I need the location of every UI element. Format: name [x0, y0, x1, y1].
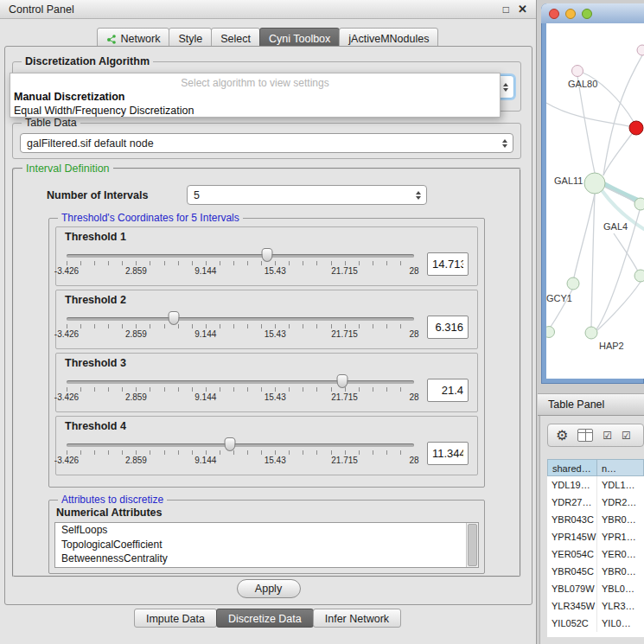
tab-label: Infer Network — [325, 613, 389, 625]
tick-label: 21.715 — [331, 456, 358, 465]
column-header-name[interactable]: n… — [597, 459, 644, 476]
select-all-checkbox-icon[interactable]: ☑ — [603, 430, 612, 441]
close-traffic-light-icon[interactable] — [549, 9, 559, 19]
table-cell[interactable]: YPR145W — [547, 528, 597, 545]
network-window-titlebar[interactable] — [541, 3, 644, 23]
table-cell[interactable]: YBR045C — [547, 563, 597, 580]
table-header-row: shared… n… — [547, 459, 644, 476]
table-data-combobox[interactable]: galFiltered.sif default node — [20, 133, 513, 153]
number-of-intervals-combobox[interactable]: 5 — [187, 185, 427, 205]
slider-track[interactable] — [67, 380, 414, 384]
window-buttons: □ ✕ — [503, 3, 527, 15]
threshold-3-slider[interactable]: -3.426 2.859 9.144 15.43 21.715 28 — [65, 373, 416, 407]
tab-infer-network[interactable]: Infer Network — [313, 609, 401, 628]
tab-select[interactable]: Select — [211, 28, 260, 47]
network-node[interactable] — [567, 277, 579, 290]
network-node[interactable] — [585, 327, 597, 339]
slider-thumb[interactable] — [168, 311, 179, 325]
table-cell[interactable]: YER054C — [547, 545, 597, 563]
table-cell[interactable]: YIL0… — [597, 615, 644, 632]
slider-thumb[interactable] — [262, 248, 273, 262]
network-node[interactable] — [637, 45, 644, 55]
threshold-2-value-input[interactable] — [427, 316, 469, 339]
network-node[interactable] — [634, 198, 644, 210]
list-item[interactable]: BetweennessCentrality — [55, 552, 478, 566]
table-row[interactable]: YBL079WYBL0… — [547, 580, 644, 597]
table-row[interactable]: YDL19…YDL1… — [547, 476, 644, 494]
threshold-3-value-input[interactable] — [427, 379, 469, 402]
table-cell[interactable]: YBR0… — [597, 563, 644, 580]
slider-track[interactable] — [67, 254, 414, 258]
tab-discretize-data[interactable]: Discretize Data — [216, 609, 314, 628]
table-cell[interactable]: YPR1… — [597, 528, 644, 545]
combobox-value: galFiltered.sif default node — [27, 134, 154, 152]
network-node[interactable] — [634, 270, 644, 282]
table-cell[interactable]: YER0… — [597, 545, 644, 563]
threshold-2-slider[interactable]: -3.426 2.859 9.144 15.43 21.715 28 — [65, 309, 416, 344]
zoom-traffic-light-icon[interactable] — [582, 9, 592, 19]
network-node-label: GAL80 — [568, 79, 597, 89]
table-cell[interactable]: YDL19… — [547, 476, 597, 494]
threshold-4-value-input[interactable] — [427, 442, 469, 465]
network-view-window: GAL80 GAL11 GAL4 GCY1 HAP2 — [541, 3, 644, 384]
tick-label: 9.144 — [194, 266, 216, 276]
tick-label: 15.43 — [265, 266, 286, 276]
slider-track[interactable] — [67, 443, 414, 447]
column-header-shared[interactable]: shared… — [547, 459, 597, 476]
network-node-selected[interactable] — [629, 121, 643, 135]
threshold-panel-3: Threshold 3 -3.426 2.859 9.144 1 — [55, 353, 478, 412]
tab-cyni-toolbox[interactable]: Cyni Toolbox — [259, 28, 340, 47]
list-item[interactable]: TopologicalCoefficient — [55, 538, 478, 552]
network-node[interactable] — [572, 66, 583, 77]
tab-impute-data[interactable]: Impute Data — [134, 609, 217, 628]
tick-label: -3.426 — [54, 392, 79, 402]
float-window-icon[interactable]: □ — [503, 4, 509, 15]
checkbox-icon[interactable]: ☑ — [622, 430, 631, 441]
table-cell[interactable]: YIL052C — [547, 615, 597, 632]
list-item[interactable]: SelfLoops — [55, 523, 478, 538]
stepper-icon — [416, 191, 421, 200]
table-row[interactable]: YDR27…YDR2… — [547, 494, 644, 511]
group-title: Interval Definition — [22, 163, 113, 175]
tab-network[interactable]: Network — [97, 28, 170, 47]
tab-style[interactable]: Style — [169, 28, 212, 47]
table-cell[interactable]: YLR3… — [597, 597, 644, 615]
close-icon[interactable]: ✕ — [518, 3, 527, 15]
table-cell[interactable]: YBL0… — [597, 580, 644, 597]
popup-option-equal-width[interactable]: Equal Width/Frequency Discretization — [10, 104, 500, 118]
network-edge — [603, 55, 642, 175]
network-node[interactable] — [584, 173, 605, 194]
network-canvas[interactable]: GAL80 GAL11 GAL4 GCY1 HAP2 — [546, 23, 644, 379]
table-cell[interactable]: YBL079W — [547, 580, 597, 597]
threshold-1-value-input[interactable] — [427, 252, 469, 276]
scrollbar-thumb[interactable] — [468, 524, 477, 566]
slider-thumb[interactable] — [336, 374, 348, 388]
table-cell[interactable]: YBR043C — [547, 511, 597, 528]
table-row[interactable]: YBR043CYBR0… — [547, 511, 644, 528]
numerical-attributes-list[interactable]: SelfLoops TopologicalCoefficient Between… — [54, 522, 479, 568]
bottom-tab-bar: Impute Data Discretize Data Infer Networ… — [0, 609, 536, 628]
table-cell[interactable]: YDR27… — [547, 494, 597, 511]
threshold-label: Threshold 4 — [65, 420, 126, 432]
table-cell[interactable]: YLR345W — [547, 597, 597, 615]
slider-thumb[interactable] — [224, 437, 235, 451]
slider-track[interactable] — [67, 317, 414, 321]
tab-jactivemnodules[interactable]: jActiveMNodules — [339, 28, 438, 47]
popup-option-manual-discretization[interactable]: Manual Discretization — [10, 90, 500, 104]
columns-icon[interactable] — [577, 429, 593, 442]
apply-button[interactable]: Apply — [237, 579, 301, 598]
table-row[interactable]: YPR145WYPR1… — [547, 528, 644, 545]
minimize-traffic-light-icon[interactable] — [565, 9, 576, 19]
list-scrollbar[interactable] — [466, 523, 478, 567]
table-cell[interactable]: YDL1… — [597, 476, 644, 494]
threshold-4-slider[interactable]: -3.426 2.859 9.144 15.43 21.715 28 — [65, 436, 416, 470]
table-row[interactable]: YBR045CYBR0… — [547, 563, 644, 580]
table-row[interactable]: YIL052CYIL0… — [547, 615, 644, 632]
gear-icon[interactable]: ⚙ — [556, 429, 568, 443]
table-row[interactable]: YLR345WYLR3… — [547, 597, 644, 615]
table-cell[interactable]: YBR0… — [597, 511, 644, 528]
network-node[interactable] — [546, 327, 555, 338]
table-row[interactable]: YER054CYER0… — [547, 545, 644, 563]
threshold-1-slider[interactable]: -3.426 2.859 9.144 15.43 21.715 28 — [65, 246, 416, 281]
table-cell[interactable]: YDR2… — [597, 494, 644, 511]
